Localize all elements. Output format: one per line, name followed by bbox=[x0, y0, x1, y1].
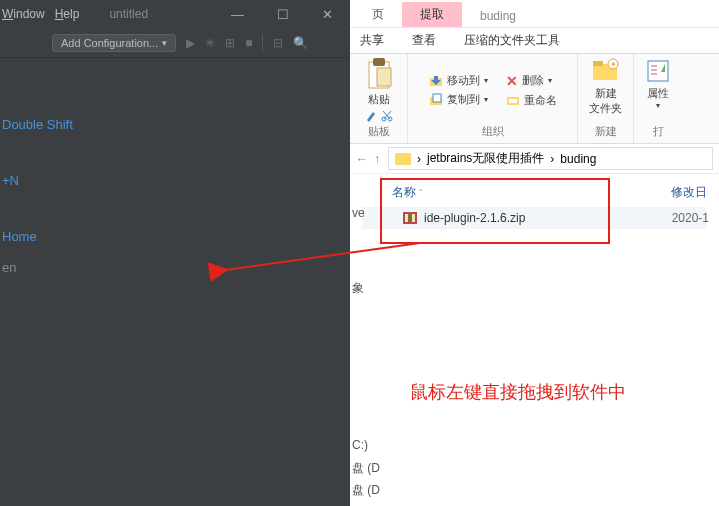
path-crumb-1[interactable]: jetbrains无限使用插件 bbox=[427, 150, 544, 167]
moveto-button[interactable]: 移动到▾ bbox=[429, 73, 488, 88]
zip-file-icon bbox=[402, 210, 418, 226]
nav-back-icon[interactable]: ← bbox=[356, 152, 368, 166]
properties-button[interactable]: 属性▾ bbox=[645, 58, 671, 110]
rename-icon bbox=[506, 93, 520, 107]
explorer-top-tabs: 页 提取 buding bbox=[350, 0, 719, 28]
file-name: ide-plugin-2.1.6.zip bbox=[424, 211, 525, 225]
file-explorer: 页 提取 buding 共享 查看 压缩的文件夹工具 粘贴 贴板 移动到▾ 复制… bbox=[350, 0, 719, 506]
shortcut-en: en bbox=[2, 259, 348, 277]
separator bbox=[262, 34, 263, 52]
svg-rect-17 bbox=[408, 214, 412, 222]
ribbon-group-clipboard: 贴板 bbox=[368, 122, 390, 141]
menu-window[interactable]: Window bbox=[2, 7, 45, 21]
moveto-icon bbox=[429, 74, 443, 88]
sidepanel-item[interactable]: 象 bbox=[352, 280, 364, 297]
folder-icon bbox=[395, 153, 411, 165]
svg-text:✦: ✦ bbox=[609, 60, 616, 69]
column-headers: 名称 ˆ 修改日 bbox=[362, 180, 707, 207]
tab-main[interactable]: 页 bbox=[354, 2, 402, 27]
window-controls: ― ☐ ✕ bbox=[215, 0, 350, 28]
svg-rect-7 bbox=[433, 94, 441, 102]
svg-rect-1 bbox=[373, 58, 385, 66]
file-row[interactable]: ide-plugin-2.1.6.zip 2020-1 bbox=[362, 207, 707, 229]
column-date[interactable]: 修改日 bbox=[671, 184, 707, 201]
tab-buding[interactable]: buding bbox=[462, 5, 534, 27]
path-sep: › bbox=[417, 152, 421, 166]
run-icon[interactable]: ▶ bbox=[186, 36, 195, 50]
path-sep: › bbox=[550, 152, 554, 166]
search-icon[interactable]: 🔍 bbox=[293, 36, 308, 50]
maximize-button[interactable]: ☐ bbox=[260, 0, 305, 28]
sidepanel-item[interactable]: 盘 (D bbox=[352, 460, 380, 477]
file-list: 名称 ˆ 修改日 ide-plugin-2.1.6.zip 2020-1 bbox=[350, 174, 719, 235]
svg-rect-11 bbox=[593, 61, 603, 66]
ide-window: Window Help untitled ― ☐ ✕ Add Configura… bbox=[0, 0, 350, 506]
clipboard-icon bbox=[365, 58, 393, 90]
cmdtab-share[interactable]: 共享 bbox=[360, 32, 384, 49]
cmdtab-view[interactable]: 查看 bbox=[412, 32, 436, 49]
svg-rect-9 bbox=[509, 99, 517, 103]
annotation-text: 鼠标左键直接拖拽到软件中 bbox=[410, 380, 626, 404]
coverage-icon[interactable]: ⊞ bbox=[225, 36, 235, 50]
newfolder-icon: ✦ bbox=[591, 58, 621, 84]
ribbon-group-new: 新建 bbox=[595, 122, 617, 141]
copyto-icon bbox=[429, 93, 443, 107]
menu-help[interactable]: Help bbox=[55, 7, 80, 21]
ide-welcome: Double Shift +N Home en bbox=[0, 58, 350, 297]
ide-title: untitled bbox=[109, 7, 148, 21]
nav-up-icon[interactable]: ↑ bbox=[374, 152, 380, 166]
cmdtab-archive-tools[interactable]: 压缩的文件夹工具 bbox=[464, 32, 560, 49]
structure-icon[interactable]: ⊟ bbox=[273, 36, 283, 50]
sidepanel-item[interactable]: ve bbox=[352, 206, 365, 220]
ide-toolbar: Add Configuration... ▶ ✳ ⊞ ■ ⊟ 🔍 bbox=[0, 28, 350, 58]
address-bar: ← ↑ › jetbrains无限使用插件 › buding bbox=[350, 144, 719, 174]
paste-button[interactable]: 粘贴 bbox=[365, 58, 393, 107]
stop-icon[interactable]: ■ bbox=[245, 36, 252, 50]
sidepanel-item[interactable]: C:) bbox=[352, 438, 368, 452]
ribbon: 粘贴 贴板 移动到▾ 复制到▾ ✕删除▾ 重命名 组织 bbox=[350, 54, 719, 144]
brush-icon[interactable] bbox=[365, 110, 377, 122]
tab-extract[interactable]: 提取 bbox=[402, 2, 462, 27]
explorer-cmd-tabs: 共享 查看 压缩的文件夹工具 bbox=[350, 28, 719, 54]
ribbon-group-organize: 组织 bbox=[482, 122, 504, 141]
ribbon-group-open: 打 bbox=[653, 122, 664, 141]
minimize-button[interactable]: ― bbox=[215, 0, 260, 28]
close-button[interactable]: ✕ bbox=[305, 0, 350, 28]
column-name[interactable]: 名称 ˆ bbox=[392, 184, 422, 201]
rename-button[interactable]: 重命名 bbox=[506, 93, 557, 108]
svg-rect-2 bbox=[377, 68, 391, 86]
properties-icon bbox=[645, 58, 671, 84]
file-date: 2020-1 bbox=[672, 211, 709, 225]
path-crumb-2[interactable]: buding bbox=[560, 152, 596, 166]
debug-icon[interactable]: ✳ bbox=[205, 36, 215, 50]
delete-icon: ✕ bbox=[506, 73, 518, 89]
shortcut-home: Home bbox=[2, 228, 348, 246]
address-path[interactable]: › jetbrains无限使用插件 › buding bbox=[388, 147, 713, 170]
shortcut-new: +N bbox=[2, 172, 348, 190]
newfolder-button[interactable]: ✦ 新建 文件夹 bbox=[589, 58, 622, 116]
add-configuration-button[interactable]: Add Configuration... bbox=[52, 34, 176, 52]
delete-button[interactable]: ✕删除▾ bbox=[506, 73, 557, 89]
shortcut-search-everywhere: Double Shift bbox=[2, 116, 348, 134]
scissors-icon[interactable] bbox=[381, 110, 393, 122]
copyto-button[interactable]: 复制到▾ bbox=[429, 92, 488, 107]
sidepanel-item[interactable]: 盘 (D bbox=[352, 482, 380, 499]
